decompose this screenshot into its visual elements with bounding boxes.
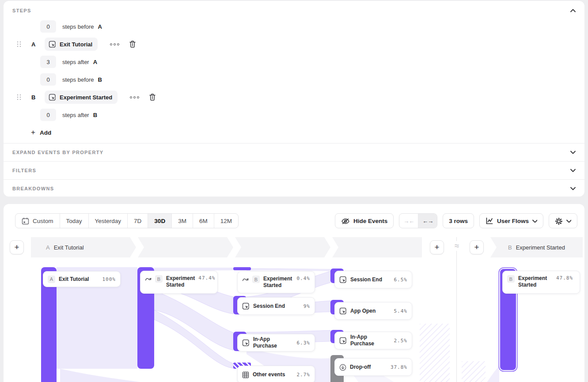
header-b-name: Experiment Started (516, 244, 565, 251)
expand-events-title: EXPAND EVENTS BY PROPERTY (12, 150, 103, 155)
node-letter-badge: A (48, 276, 55, 283)
steps-collapse-button[interactable] (569, 7, 577, 14)
flow-node-session-end-1[interactable]: Session End 9% (237, 297, 315, 315)
flow-node-session-end-2[interactable]: Session End 6.5% (334, 271, 412, 288)
approx-symbol: ≈ (451, 241, 463, 251)
node-percent: 37.8% (391, 364, 407, 370)
wavy-arrow-icon (242, 276, 249, 282)
flow-node-drop-off[interactable]: Drop-off 37.8% (334, 358, 412, 376)
wavy-arrow-icon (145, 276, 152, 281)
steps-after-a-label: steps after (62, 59, 89, 65)
flow-node-in-app-purchase-2[interactable]: In-App Purchase 2.5% (334, 332, 412, 349)
steps-before-b-label: steps before (62, 76, 94, 83)
flow-header-segment[interactable] (235, 237, 330, 257)
flow-node-exit-tutorial[interactable]: A Exit Tutorial 100% (43, 271, 121, 287)
node-percent: 47.4% (198, 275, 215, 281)
breakdowns-section[interactable]: BREAKDOWNS (4, 179, 584, 197)
node-title: Exit Tutorial (59, 276, 99, 283)
node-title: Session End (350, 276, 391, 283)
node-title: Drop-off (350, 364, 387, 371)
steps-rows: 0 steps before A A Exit Tutorial 3 steps… (4, 18, 584, 141)
step-b-event-chip[interactable]: Experiment Started (45, 91, 118, 104)
steps-before-a-row: 0 steps before A (4, 18, 584, 35)
add-step-label: Add (40, 129, 51, 136)
node-title: Experiment Started (166, 275, 195, 288)
node-percent: 2.5% (394, 338, 408, 344)
approx-texture (462, 361, 486, 382)
add-column-middle-button[interactable]: + (430, 240, 444, 254)
node-letter-badge: B (252, 276, 260, 283)
step-b-letter: B (31, 94, 38, 101)
node-percent: 9% (303, 303, 310, 309)
flow-node-other-events[interactable]: Other events 2.7% (237, 366, 315, 382)
event-icon (339, 307, 347, 315)
flow-header-step-a[interactable]: A Exit Tutorial (31, 237, 136, 257)
filters-section[interactable]: FILTERS (4, 161, 584, 179)
breakdowns-title: BREAKDOWNS (12, 186, 54, 191)
step-a-delete-button[interactable] (129, 40, 137, 48)
steps-after-a-input[interactable]: 3 (40, 56, 56, 68)
node-percent: 0.4% (297, 276, 311, 281)
flow-header-bands: A Exit Tutorial (31, 237, 422, 257)
flow-chart-panel: Custom Today Yesterday 7D 30D 3M 6M 12M … (4, 204, 584, 382)
steps-before-b-ref: B (98, 76, 102, 83)
step-b-delete-button[interactable] (148, 93, 156, 101)
node-title: App Open (350, 308, 391, 314)
node-percent: 6.5% (394, 277, 408, 283)
steps-after-b-label: steps after (62, 112, 89, 118)
chevron-down-icon[interactable] (569, 149, 577, 156)
node-percent: 6.3% (297, 340, 311, 346)
flow-header-segment[interactable] (138, 237, 233, 257)
event-icon (49, 94, 56, 101)
node-bar-experiment-started-small[interactable] (233, 267, 251, 270)
step-a-more-button[interactable] (108, 42, 121, 47)
steps-after-b-input[interactable]: 0 (40, 109, 56, 121)
steps-before-a-input[interactable]: 0 (40, 20, 56, 33)
expand-events-by-property-section[interactable]: EXPAND EVENTS BY PROPERTY (4, 143, 584, 161)
flow-node-experiment-started-mid[interactable]: B Experiment Started 47.4% (140, 271, 218, 294)
node-title: In-App Purchase (253, 336, 293, 349)
add-step-button[interactable]: + Add (4, 124, 584, 141)
flow-header-segment[interactable] (332, 237, 422, 257)
steps-before-b-input[interactable]: 0 (40, 73, 56, 86)
flow-node-app-open[interactable]: App Open 5.4% (334, 302, 412, 320)
approx-divider-line (456, 237, 457, 382)
event-icon (49, 41, 56, 48)
node-percent: 47.8% (556, 275, 573, 281)
node-letter-badge: B (155, 275, 163, 283)
steps-before-b-row: 0 steps before B (4, 71, 584, 88)
steps-after-b-ref: B (93, 112, 97, 118)
drag-handle-icon[interactable] (17, 41, 21, 47)
node-percent: 5.4% (394, 308, 408, 314)
flow-node-in-app-purchase-1[interactable]: In-App Purchase 6.3% (237, 334, 315, 352)
event-icon (242, 303, 250, 310)
add-column-right-button[interactable]: + (470, 240, 484, 254)
node-title: Session End (253, 303, 300, 310)
filters-title: FILTERS (12, 168, 36, 173)
header-a-name: Exit Tutorial (54, 244, 84, 251)
node-title: In-App Purchase (350, 334, 391, 347)
chevron-down-icon[interactable] (569, 167, 577, 174)
step-a-row: A Exit Tutorial (4, 35, 584, 53)
add-column-left-button[interactable]: + (10, 240, 24, 254)
step-a-event-name: Exit Tutorial (60, 41, 92, 48)
node-percent: 2.7% (297, 372, 311, 378)
node-percent: 100% (102, 276, 116, 282)
flow-node-experiment-started-small[interactable]: B Experiment Started 0.4% (237, 271, 315, 293)
flow-node-experiment-started-final[interactable]: B Experiment Started 47.8% (502, 271, 580, 294)
drag-handle-icon[interactable] (17, 94, 21, 100)
plus-icon: + (31, 128, 35, 137)
step-a-letter: A (31, 41, 38, 48)
step-b-more-button[interactable] (128, 95, 141, 100)
step-a-event-chip[interactable]: Exit Tutorial (45, 38, 98, 51)
node-title: Experiment Started (518, 275, 553, 288)
flow-header-step-b[interactable]: B Experiment Started (490, 237, 583, 257)
event-icon (339, 276, 347, 284)
steps-after-a-row: 3 steps after A (4, 53, 584, 71)
steps-before-a-ref: A (98, 23, 102, 30)
steps-after-b-row: 0 steps after B (4, 106, 584, 124)
chevron-down-icon[interactable] (569, 185, 577, 192)
drop-off-icon (339, 364, 346, 371)
node-letter-badge: B (507, 275, 515, 283)
node-title: Other events (253, 371, 293, 378)
